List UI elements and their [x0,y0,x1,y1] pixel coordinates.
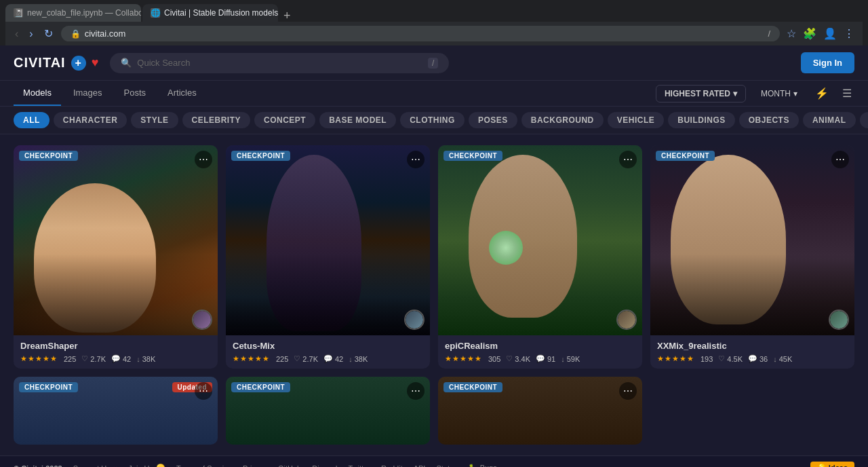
footer-terms[interactable]: Terms of Service [176,464,232,468]
browser-tab-bar: 📓 new_colab_file.ipynb — Collabora... ✕ … [5,4,863,22]
category-tool[interactable]: TOOL [860,112,868,128]
bookmark-button[interactable]: ☆ [785,26,797,41]
card-info-4: XXMix_9realistic ★ ★ ★ ★ ★ 193 ♡ 4.5K [650,335,854,369]
period-dropdown[interactable]: MONTH ▾ [754,85,804,102]
footer: © Civitai 2023 Support Us ♥ Join Us 🟡 Te… [0,455,868,467]
browser-tab-2[interactable]: 🌐 Civitai | Stable Diffusion models... ✕ [142,4,278,22]
star-2: ★ [28,354,35,363]
category-buildings[interactable]: BUILDINGS [668,112,735,128]
footer-status[interactable]: Status [436,464,457,468]
comments-val-4: 36 [760,355,768,363]
tab-models[interactable]: Models [14,81,61,106]
star-4: ★ [43,354,50,363]
new-tab-button[interactable]: + [279,10,295,22]
tab-articles[interactable]: Articles [158,81,206,106]
card-avatar-1 [192,310,212,330]
partial-card-8 [650,377,854,445]
card-menu-button-2[interactable]: ⋯ [407,151,425,168]
card-image-1: CHECKPOINT ⋯ [14,145,218,335]
model-grid: CHECKPOINT ⋯ DreamShaper ★ ★ ★ ★ [14,145,854,369]
partial-menu-button-7[interactable]: ⋯ [619,382,637,400]
model-card-cetus-mix[interactable]: CHECKPOINT ⋯ Cetus-Mix ★ ★ ★ ★ ★ [226,145,430,369]
view-toggle-button[interactable]: ☰ [840,84,854,102]
url-bar[interactable]: 🔒 civitai.com / [61,26,780,41]
partial-badge-5: CHECKPOINT [19,382,78,392]
category-clothing[interactable]: CLOTHING [400,112,465,128]
menu-button[interactable]: ⋮ [842,26,856,41]
sort-highest-rated-button[interactable]: HIGHEST RATED ▾ [656,85,746,102]
logo-plus-button[interactable]: + [71,56,86,71]
download-icon-1: ↓ [136,355,140,363]
footer-discord[interactable]: Discord [312,464,337,468]
star-1: ★ [445,354,452,363]
category-all[interactable]: ALL [14,112,50,128]
card-menu-button-1[interactable]: ⋯ [195,151,212,168]
partial-menu-button-6[interactable]: ⋯ [407,382,425,400]
footer-join-link[interactable]: Join Us 🟡 [128,464,165,467]
category-bar: ALL CHARACTER STYLE CELEBRITY CONCEPT BA… [0,107,868,134]
likes-val-3: 3.4K [515,355,530,363]
card-image-3: CHECKPOINT ⋯ [438,145,642,335]
model-card-xxmix[interactable]: CHECKPOINT ⋯ XXMix_9realistic ★ ★ ★ ★ [650,145,854,369]
model-card-dreamshaper[interactable]: CHECKPOINT ⋯ DreamShaper ★ ★ ★ ★ [14,145,218,369]
likes-stat-1: ♡ 2.7K [81,354,106,363]
category-celebrity[interactable]: CELEBRITY [182,112,251,128]
partial-card-5[interactable]: CHECKPOINT Updated ⋯ [14,377,218,445]
tab-1-label: new_colab_file.ipynb — Collabora... [27,8,141,18]
star-5: ★ [50,354,57,363]
profile-button[interactable]: 👤 [822,26,838,41]
card-menu-button-4[interactable]: ⋯ [831,151,849,168]
footer-github[interactable]: GitHub [278,464,301,468]
back-button[interactable]: ‹ [12,26,21,41]
category-background[interactable]: BACKGROUND [521,112,604,128]
partial-card-7[interactable]: CHECKPOINT ⋯ [438,377,642,445]
star-5: ★ [262,354,269,363]
tab-images[interactable]: Images [64,81,112,106]
card-menu-button-3[interactable]: ⋯ [619,151,637,168]
period-label: MONTH [761,89,791,98]
footer-privacy[interactable]: Privacy [243,464,267,468]
partial-badge-6: CHECKPOINT [231,382,290,392]
comments-stat-4: 💬 36 [748,354,768,363]
reload-button[interactable]: ↻ [41,26,56,41]
category-base-model[interactable]: BASE MODEL [319,112,396,128]
extension-button[interactable]: 🧩 [802,26,818,41]
footer-bugs-button[interactable]: 🐛 Bugs [469,464,497,467]
category-concept[interactable]: CONCEPT [254,112,315,128]
comments-stat-1: 💬 42 [111,354,131,363]
filter-icon-button[interactable]: ⚡ [812,84,831,102]
footer-reddit[interactable]: Reddit [381,464,403,468]
category-objects[interactable]: OBJECTS [739,112,799,128]
card-info-2: Cetus-Mix ★ ★ ★ ★ ★ 225 ♡ 2.7K [226,335,430,369]
download-icon-3: ↓ [561,355,565,363]
footer-api[interactable]: API [414,464,426,468]
category-style[interactable]: STYLE [131,112,178,128]
forward-button[interactable]: › [26,26,35,41]
comment-icon-3: 💬 [536,354,545,363]
footer-twitter[interactable]: Twitter [348,464,370,468]
search-bar[interactable]: 🔍 Quick Search / [110,53,449,73]
category-poses[interactable]: POSES [469,112,517,128]
model-card-epicrealism[interactable]: CHECKPOINT ⋯ epiCRealism ★ ★ ★ ★ [438,145,642,369]
partial-menu-button-5[interactable]: ⋯ [195,382,212,400]
partial-image-6: CHECKPOINT ⋯ [226,377,430,445]
card-stats-1: ★ ★ ★ ★ ★ 225 ♡ 2.7K 💬 [20,354,211,363]
category-character[interactable]: CHARACTER [54,112,127,128]
category-vehicle[interactable]: VEHICLE [608,112,665,128]
tab-posts[interactable]: Posts [115,81,156,106]
partial-card-6[interactable]: CHECKPOINT ⋯ [226,377,430,445]
nav-tabs: Models Images Posts Articles [14,81,206,106]
content-area: CHECKPOINT ⋯ DreamShaper ★ ★ ★ ★ [0,134,868,455]
partial-image-7: CHECKPOINT ⋯ [438,377,642,445]
browser-action-buttons: ☆ 🧩 👤 ⋮ [785,26,856,41]
likes-stat-3: ♡ 3.4K [506,354,530,363]
footer-support-link[interactable]: Support Us ♥ [73,464,118,468]
browser-tab-1[interactable]: 📓 new_colab_file.ipynb — Collabora... ✕ [5,4,141,22]
category-animal[interactable]: ANIMAL [803,112,856,128]
support-heart-icon: ♥ [113,464,118,468]
star-1: ★ [657,354,664,363]
sign-in-button[interactable]: Sign In [801,52,854,73]
footer-ideas-button[interactable]: 💡 Ideas [810,462,854,467]
checkpoint-badge-2: CHECKPOINT [231,151,290,161]
heart-icon-2: ♡ [294,354,300,363]
